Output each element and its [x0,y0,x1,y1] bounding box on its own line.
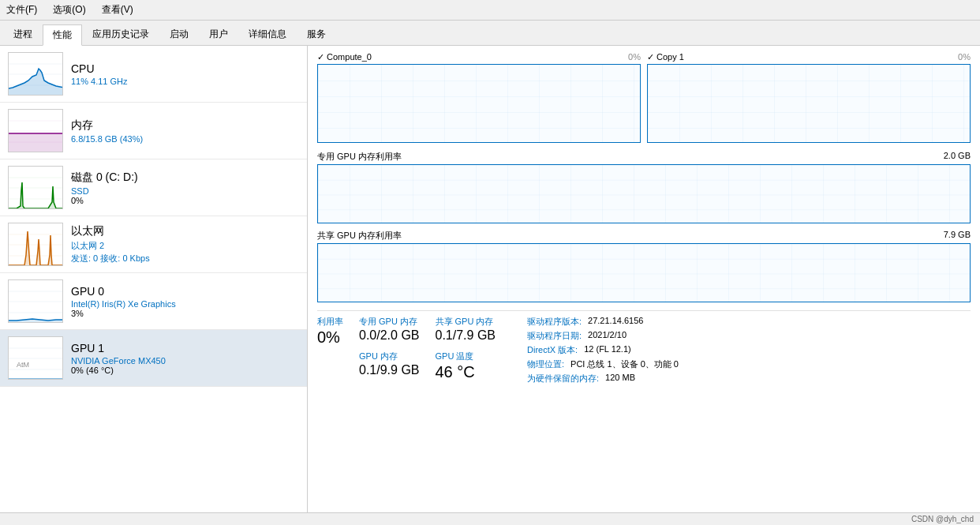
shared-mem-stat-value: 0.1/7.9 GB [436,328,496,343]
top-graphs-row: ✓ Compute_0 0% [317,52,971,143]
tab-details[interactable]: 详细信息 [238,24,297,45]
dedicated-mem-graph [317,164,971,223]
gpu-mem-value: 0.1/9.9 GB [359,362,420,377]
ethernet-chart [8,223,63,266]
main-content: CPU 11% 4.11 GHz 内存 6.8/15.8 GB (43%) [0,46,980,525]
footer-text: CSDN @dyh_chd [911,515,974,523]
tab-app-history[interactable]: 应用历史记录 [82,24,159,45]
utilization-label: 利用率 [317,316,343,328]
ethernet-subtitle: 以太网 2 [71,240,299,252]
dedicated-mem-label-row: 专用 GPU 内存利用率 2.0 GB [317,151,971,163]
menu-file[interactable]: 文件(F) [3,2,40,18]
shared-mem-stat-item: 共享 GPU 内存 0.1/7.9 GB [436,316,496,343]
svg-rect-28 [318,244,970,302]
sidebar-item-disk[interactable]: 磁盘 0 (C: D:) SSD 0% [0,159,307,216]
tab-services[interactable]: 服务 [297,24,336,45]
shared-mem-stat-label: 共享 GPU 内存 [436,316,496,328]
dedicated-mem-label: 专用 GPU 内存利用率 [317,151,402,163]
sidebar-item-gpu1[interactable]: AtM GPU 1 NVIDIA GeForce MX450 0% (46 °C… [0,330,307,387]
physical-loc-val: PCI 总线 1、设备 0、功能 0 [570,358,679,370]
cpu-subtitle: 11% 4.11 GHz [71,77,299,86]
info-col: 驱动程序版本: 27.21.14.6156 驱动程序日期: 2021/2/10 … [527,316,679,384]
memory-info: 内存 6.8/15.8 GB (43%) [71,118,299,144]
copy1-graph [647,64,971,143]
svg-rect-25 [318,65,640,142]
tab-users[interactable]: 用户 [199,24,238,45]
gpu1-subtitle: NVIDIA GeForce MX450 [71,356,299,366]
directx-row: DirectX 版本: 12 (FL 12.1) [527,344,679,356]
tab-performance[interactable]: 性能 [43,24,82,46]
cpu-title: CPU [71,62,299,75]
gpu0-chart [8,279,63,323]
shared-mem-graph [317,243,971,302]
physical-loc-row: 物理位置: PCI 总线 1、设备 0、功能 0 [527,358,679,370]
reserved-mem-row: 为硬件保留的内存: 120 MB [527,373,679,384]
driver-version-val: 27.21.14.6156 [588,316,643,328]
ethernet-value: 发送: 0 接收: 0 Kbps [71,253,299,264]
memory-chart [8,109,63,152]
directx-val: 12 (FL 12.1) [584,344,631,356]
driver-date-val: 2021/2/10 [588,330,627,342]
dedicated-mem-item: 专用 GPU 内存 0.0/2.0 GB [359,316,420,343]
shared-mem-value: 7.9 GB [944,230,971,242]
driver-version-row: 驱动程序版本: 27.21.14.6156 [527,316,679,328]
ethernet-info: 以太网 以太网 2 发送: 0 接收: 0 Kbps [71,224,299,264]
compute0-label: ✓ Compute_0 [317,52,372,62]
shared-mem-label-row: 共享 GPU 内存利用率 7.9 GB [317,230,971,242]
memory-title: 内存 [71,118,299,133]
disk-title: 磁盘 0 (C: D:) [71,171,299,185]
disk-info: 磁盘 0 (C: D:) SSD 0% [71,171,299,205]
gpu1-value: 0% (46 °C) [71,366,299,375]
sidebar-item-cpu[interactable]: CPU 11% 4.11 GHz [0,46,307,103]
compute0-graph [317,64,641,143]
shared-mem-label: 共享 GPU 内存利用率 [317,230,402,242]
utilization-value: 0% [317,328,343,347]
compute0-block: ✓ Compute_0 0% [317,52,641,143]
gpu1-info: GPU 1 NVIDIA GeForce MX450 0% (46 °C) [71,342,299,375]
gpu-mem-label: GPU 内存 [359,351,420,362]
sidebar-item-memory[interactable]: 内存 6.8/15.8 GB (43%) [0,103,307,159]
svg-rect-26 [648,65,970,142]
disk-value: 0% [71,196,299,205]
shared-temp-col: 共享 GPU 内存 0.1/7.9 GB GPU 温度 46 °C [436,316,496,384]
sidebar: CPU 11% 4.11 GHz 内存 6.8/15.8 GB (43%) [0,46,308,525]
reserved-mem-val: 120 MB [605,373,635,384]
dedicated-mem-stat-label: 专用 GPU 内存 [359,316,420,328]
tab-process[interactable]: 进程 [3,24,43,45]
copy1-label: ✓ Copy 1 [647,52,684,62]
temp-label: GPU 温度 [436,351,496,362]
menu-view[interactable]: 查看(V) [99,2,137,18]
sidebar-item-gpu0[interactable]: GPU 0 Intel(R) Iris(R) Xe Graphics 3% [0,273,307,330]
utilization-item: 利用率 0% [317,316,343,347]
svg-text:AtM: AtM [17,361,29,369]
gpu0-value: 3% [71,309,299,318]
sidebar-item-ethernet[interactable]: 以太网 以太网 2 发送: 0 接收: 0 Kbps [0,216,307,273]
dedicated-mem-stat-value: 0.0/2.0 GB [359,328,420,343]
temp-value: 46 °C [436,362,496,381]
gpu-mem-item: GPU 内存 0.1/9.9 GB [359,351,420,377]
directx-key: DirectX 版本: [527,344,578,356]
driver-date-key: 驱动程序日期: [527,330,582,342]
disk-subtitle: SSD [71,186,299,196]
svg-rect-27 [318,165,970,223]
utilization-col: 利用率 0% [317,316,343,384]
temp-item: GPU 温度 46 °C [436,351,496,381]
gpu0-title: GPU 0 [71,285,299,298]
compute0-percent: 0% [628,52,641,62]
tab-startup[interactable]: 启动 [159,24,199,45]
right-panel: ✓ Compute_0 0% [308,46,980,525]
copy1-block: ✓ Copy 1 0% [647,52,971,143]
copy1-header: ✓ Copy 1 0% [647,52,971,62]
ethernet-title: 以太网 [71,224,299,238]
cpu-chart [8,52,63,96]
physical-loc-key: 物理位置: [527,358,564,370]
reserved-mem-key: 为硬件保留的内存: [527,373,599,384]
gpu0-subtitle: Intel(R) Iris(R) Xe Graphics [71,299,299,309]
gpu1-title: GPU 1 [71,342,299,354]
stats-row: 利用率 0% 专用 GPU 内存 0.0/2.0 GB GPU 内存 0.1/9… [317,310,971,384]
footer-bar: CSDN @dyh_chd [0,512,980,525]
copy1-percent: 0% [958,52,971,62]
compute0-header: ✓ Compute_0 0% [317,52,641,62]
gpu0-info: GPU 0 Intel(R) Iris(R) Xe Graphics 3% [71,285,299,318]
menu-options[interactable]: 选项(O) [50,2,88,18]
